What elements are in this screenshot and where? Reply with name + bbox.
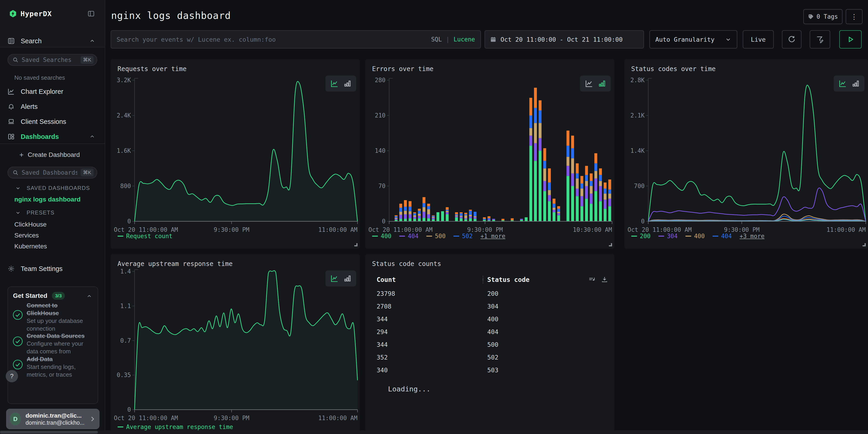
table-row[interactable]: 352502	[365, 352, 614, 365]
download-icon[interactable]	[601, 276, 608, 283]
bar-chart-icon[interactable]	[852, 80, 860, 87]
event-search-input[interactable]	[117, 36, 427, 43]
resize-handle[interactable]	[609, 243, 612, 246]
get-started-step-add-data[interactable]: Add Data Start sending logs, metrics, or…	[12, 355, 88, 378]
line-chart-icon[interactable]	[839, 80, 847, 88]
time-range-picker[interactable]: Oct 20 11:00:00 - Oct 21 11:00:00	[485, 30, 644, 49]
legend-item[interactable]: 304	[658, 233, 678, 240]
avg-upstream-chart-plot[interactable]: 1.41.10.70.350Oct 20 11:00:00 AM9:30:00 …	[111, 254, 360, 434]
column-header-status-code[interactable]: Status code	[487, 276, 529, 283]
legend-item[interactable]: 400	[372, 233, 392, 240]
svg-text:70: 70	[378, 183, 385, 189]
column-header-count[interactable]: Count	[377, 276, 396, 283]
saved-dashboard-nginx[interactable]: nginx logs dashboard	[14, 196, 81, 203]
legend-item[interactable]: 502	[453, 233, 473, 240]
main-content: nginx logs dashboard 0 Tags ⋮ SQL | Luce…	[105, 0, 868, 434]
line-chart-icon[interactable]	[585, 80, 593, 88]
create-dashboard-button[interactable]: + Create Dashboard	[0, 149, 105, 161]
horizontal-scrollbar[interactable]	[0, 430, 868, 434]
bar-chart-icon[interactable]	[344, 275, 351, 282]
legend-item[interactable]: Request count	[118, 233, 173, 240]
row-filter-icon[interactable]	[588, 276, 595, 283]
granularity-select[interactable]: Auto Granularity	[649, 30, 737, 49]
dashboard-menu-button[interactable]: ⋮	[846, 9, 863, 24]
lucene-mode-toggle[interactable]: Lucene	[454, 36, 475, 43]
chart-type-toggle[interactable]	[580, 75, 611, 92]
legend-item[interactable]: 404	[399, 233, 418, 240]
tags-button[interactable]: 0 Tags	[803, 9, 842, 24]
sidebar-item-alerts[interactable]: Alerts	[0, 100, 105, 113]
section-saved-dashboards[interactable]: SAVED DASHBOARDS	[15, 185, 90, 191]
line-chart-icon[interactable]	[331, 80, 339, 88]
legend-item[interactable]: Average upstream response time	[118, 424, 233, 430]
table-row[interactable]: 2708304	[365, 301, 614, 314]
sidebar-item-client-sessions[interactable]: Client Sessions	[0, 115, 105, 128]
chevron-down-icon	[725, 36, 732, 42]
help-button[interactable]: ?	[6, 370, 18, 382]
table-row[interactable]: 344400	[365, 314, 614, 327]
svg-text:1.4: 1.4	[120, 268, 131, 275]
live-button[interactable]: Live	[743, 30, 774, 49]
refresh-icon	[787, 35, 796, 43]
svg-text:11:00:00 AM: 11:00:00 AM	[827, 226, 866, 233]
no-saved-searches-note: No saved searches	[14, 74, 65, 81]
saved-dashboards-input[interactable]	[22, 169, 78, 176]
saved-searches-search[interactable]: ⌘K	[7, 54, 97, 66]
errors-chart-plot[interactable]: 280210140700Oct 20 11:00:00 AM9:30:00 PM…	[365, 59, 614, 249]
svg-text:9:30:00 PM: 9:30:00 PM	[214, 415, 250, 422]
collapse-sidebar-icon[interactable]	[87, 10, 95, 17]
scrollbar-thumb[interactable]	[0, 431, 98, 434]
line-chart-icon[interactable]	[331, 274, 339, 283]
table-row[interactable]: 294404	[365, 327, 614, 339]
step-desc: Set up your database connection	[27, 317, 88, 333]
sidebar-item-search[interactable]: Search	[0, 35, 105, 48]
chart-title: Average upstream response time	[118, 260, 233, 268]
bar-chart-icon[interactable]	[598, 80, 606, 87]
legend-item[interactable]: 500	[426, 233, 445, 240]
sql-mode-toggle[interactable]: SQL	[431, 36, 442, 43]
shortcut-badge: ⌘K	[81, 169, 94, 177]
filter-button[interactable]	[810, 30, 830, 49]
legend-more-link[interactable]: +1 more	[480, 233, 505, 240]
resize-handle[interactable]	[863, 243, 866, 246]
resize-handle[interactable]	[354, 243, 358, 246]
chart-type-toggle[interactable]	[834, 75, 864, 92]
column-drag-handle[interactable]: ⋮⋮	[480, 276, 486, 282]
sidebar-item-label: Team Settings	[21, 265, 63, 273]
get-started-step-sources[interactable]: Create Data Sources Configure where your…	[12, 332, 88, 355]
status-codes-chart-plot[interactable]: 2.8K2.1K1.4K7000Oct 20 11:00:00 AM9:30:0…	[624, 59, 868, 249]
panel-avg-upstream-response: Average upstream response time 1.41.10.7…	[111, 254, 360, 434]
sidebar-item-team-settings[interactable]: Team Settings	[0, 262, 105, 275]
saved-searches-input[interactable]	[22, 57, 78, 63]
section-presets[interactable]: PRESETS	[15, 210, 55, 216]
sidebar-item-dashboards[interactable]: Dashboards	[0, 130, 105, 143]
chart-type-toggle[interactable]	[326, 271, 356, 286]
svg-text:0.7: 0.7	[120, 337, 131, 344]
section-label: PRESETS	[27, 210, 55, 216]
preset-clickhouse[interactable]: ClickHouse	[14, 221, 47, 228]
preset-kubernetes[interactable]: Kubernetes	[14, 243, 47, 250]
chevron-up-icon[interactable]	[86, 293, 92, 299]
event-search-bar[interactable]: SQL | Lucene	[111, 30, 481, 49]
bar-chart-icon[interactable]	[344, 80, 351, 87]
legend-item[interactable]: 404	[712, 233, 732, 240]
chart-type-toggle[interactable]	[326, 75, 356, 92]
table-row[interactable]: 23798200	[365, 288, 614, 301]
run-query-button[interactable]	[839, 30, 862, 49]
user-name: dominic.tran@clic...	[26, 412, 85, 419]
user-menu[interactable]: D dominic.tran@clic... dominic.tran@clic…	[6, 409, 99, 429]
table-row[interactable]: 344500	[365, 339, 614, 352]
saved-dashboards-search[interactable]: ⌘K	[7, 167, 97, 179]
preset-services[interactable]: Services	[14, 232, 39, 239]
legend-item[interactable]: 400	[685, 233, 705, 240]
refresh-button[interactable]	[782, 30, 802, 49]
requests-chart-plot[interactable]: 3.2K2.4K1.6K8000Oct 20 11:00:00 AM9:30:0…	[111, 59, 360, 249]
sidebar-item-chart-explorer[interactable]: Chart Explorer	[0, 85, 105, 98]
legend-more-link[interactable]: +3 more	[740, 233, 765, 240]
table-row[interactable]: 340503	[365, 365, 614, 377]
legend-item[interactable]: 200	[631, 233, 651, 240]
table-body: 2379820027083043444002944043445003525023…	[365, 288, 614, 377]
get-started-step-connect[interactable]: Connect to ClickHouse Set up your databa…	[12, 302, 88, 333]
search-icon	[12, 57, 19, 63]
avatar: D	[10, 412, 21, 425]
